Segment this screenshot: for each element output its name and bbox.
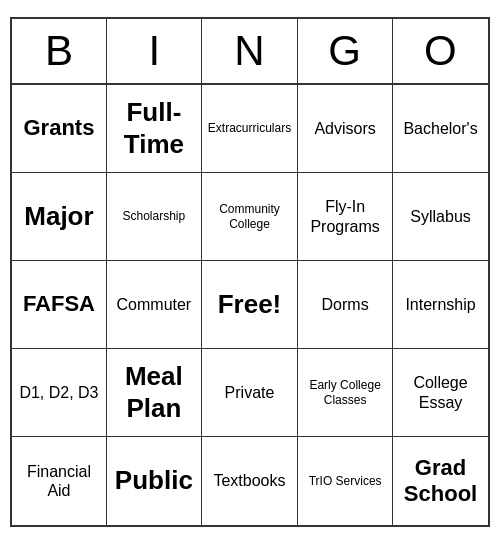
bingo-cell: Dorms: [298, 261, 393, 349]
header-letter: O: [393, 19, 488, 83]
cell-text: Commuter: [117, 295, 192, 314]
bingo-cell: Internship: [393, 261, 488, 349]
bingo-cell: Advisors: [298, 85, 393, 173]
bingo-cell: College Essay: [393, 349, 488, 437]
header-letter: G: [298, 19, 393, 83]
bingo-cell: Extracurriculars: [202, 85, 298, 173]
cell-text: Advisors: [314, 119, 375, 138]
bingo-cell: Bachelor's: [393, 85, 488, 173]
header-letter: I: [107, 19, 202, 83]
cell-text: Scholarship: [123, 209, 186, 223]
bingo-cell: Early College Classes: [298, 349, 393, 437]
cell-text: College Essay: [399, 373, 482, 411]
bingo-cell: TrIO Services: [298, 437, 393, 525]
bingo-cell: Free!: [202, 261, 298, 349]
bingo-cell: FAFSA: [12, 261, 107, 349]
cell-text: Public: [115, 465, 193, 496]
bingo-cell: Grad School: [393, 437, 488, 525]
bingo-cell: Textbooks: [202, 437, 298, 525]
cell-text: Early College Classes: [304, 378, 386, 407]
cell-text: Free!: [218, 289, 282, 320]
cell-text: D1, D2, D3: [19, 383, 98, 402]
cell-text: Grad School: [399, 455, 482, 508]
cell-text: Bachelor's: [403, 119, 477, 138]
bingo-cell: Full-Time: [107, 85, 202, 173]
cell-text: TrIO Services: [309, 474, 382, 488]
bingo-cell: D1, D2, D3: [12, 349, 107, 437]
bingo-cell: Scholarship: [107, 173, 202, 261]
bingo-grid: GrantsFull-TimeExtracurricularsAdvisorsB…: [12, 85, 488, 525]
cell-text: FAFSA: [23, 291, 95, 317]
cell-text: Internship: [405, 295, 475, 314]
bingo-cell: Commuter: [107, 261, 202, 349]
bingo-cell: Fly-In Programs: [298, 173, 393, 261]
bingo-cell: Meal Plan: [107, 349, 202, 437]
bingo-cell: Syllabus: [393, 173, 488, 261]
bingo-cell: Grants: [12, 85, 107, 173]
bingo-card: BINGO GrantsFull-TimeExtracurricularsAdv…: [10, 17, 490, 527]
bingo-cell: Community College: [202, 173, 298, 261]
bingo-header: BINGO: [12, 19, 488, 85]
bingo-cell: Private: [202, 349, 298, 437]
header-letter: B: [12, 19, 107, 83]
cell-text: Fly-In Programs: [304, 197, 386, 235]
bingo-cell: Financial Aid: [12, 437, 107, 525]
header-letter: N: [202, 19, 297, 83]
cell-text: Syllabus: [410, 207, 470, 226]
cell-text: Major: [24, 201, 93, 232]
cell-text: Grants: [23, 115, 94, 141]
cell-text: Private: [225, 383, 275, 402]
cell-text: Community College: [208, 202, 291, 231]
cell-text: Dorms: [322, 295, 369, 314]
bingo-cell: Major: [12, 173, 107, 261]
cell-text: Full-Time: [113, 97, 195, 159]
cell-text: Meal Plan: [113, 361, 195, 423]
cell-text: Textbooks: [213, 471, 285, 490]
cell-text: Extracurriculars: [208, 121, 291, 135]
cell-text: Financial Aid: [18, 462, 100, 500]
bingo-cell: Public: [107, 437, 202, 525]
